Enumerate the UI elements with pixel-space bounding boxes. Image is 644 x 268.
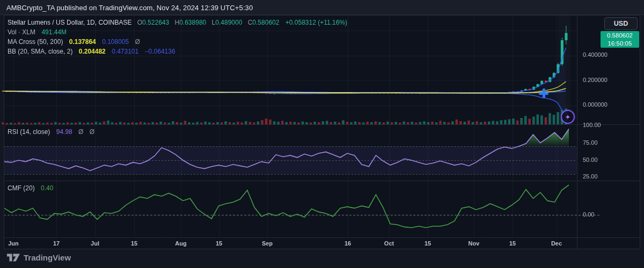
last-price-badge: 0.580602 16:50:05 bbox=[601, 31, 639, 48]
rsi-label: RSI (14, close) bbox=[8, 128, 50, 136]
rsi-legend-row[interactable]: RSI (14, close) 94.98 Ø Ø bbox=[8, 128, 94, 136]
time-axis-label: Sep bbox=[262, 240, 273, 247]
bb-basis-value: 0.204482 bbox=[79, 48, 106, 55]
cmf-label: CMF (20) bbox=[8, 184, 35, 192]
price-axis-label: 75.00 bbox=[583, 139, 598, 146]
open-value: 0.522643 bbox=[142, 19, 169, 26]
bb-label: BB (20, SMA, close, 2) bbox=[8, 48, 72, 55]
volume-label: Vol · XLM bbox=[8, 28, 35, 36]
symbol-title: Stellar Lumens / US Dollar, 1D, COINBASE bbox=[8, 19, 131, 26]
cmf-legend-row[interactable]: CMF (20) 0.40 bbox=[8, 184, 53, 192]
price-axis-label: 0.400000 bbox=[583, 51, 608, 58]
price-axis-label: 0.200000 bbox=[583, 77, 608, 83]
time-axis-label: Nov bbox=[469, 240, 480, 247]
tradingview-logo-icon bbox=[7, 252, 20, 263]
ma-slow-value: 0.108005 bbox=[102, 38, 129, 46]
time-axis-label: 15 bbox=[509, 240, 516, 247]
rsi-value: 94.98 bbox=[56, 128, 72, 136]
bb-legend-row[interactable]: BB (20, SMA, close, 2) 0.204482 0.473101… bbox=[8, 47, 347, 56]
publisher-line: AMBCrypto_TA published on TradingView.co… bbox=[6, 4, 253, 12]
time-axis-label: 17 bbox=[53, 240, 60, 247]
price-axis-label: 25.00 bbox=[583, 173, 598, 180]
volume-value: 491.44M bbox=[41, 28, 67, 36]
sparkle-icon: ✦ bbox=[565, 113, 571, 121]
ma-ghost-value: Ø bbox=[135, 38, 140, 46]
price-axis-label: 0.00 bbox=[583, 211, 594, 218]
tradingview-logo[interactable]: TradingView bbox=[7, 252, 71, 263]
open-label: O bbox=[137, 19, 142, 26]
last-price-value: 0.580602 bbox=[601, 32, 639, 40]
ma-cross-label: MA Cross (50, 200) bbox=[8, 38, 63, 46]
ma-cross-legend-row[interactable]: MA Cross (50, 200) 0.137864 0.108005 Ø bbox=[8, 37, 347, 47]
rsi-ghost-1: Ø bbox=[78, 128, 83, 136]
time-axis-label: Aug bbox=[175, 240, 186, 247]
high-label: H bbox=[175, 19, 180, 26]
cmf-value: 0.40 bbox=[41, 184, 53, 192]
time-axis-label: Jul bbox=[91, 240, 99, 247]
price-axis-label: 100.00 bbox=[583, 122, 601, 128]
tradingview-logo-text: TradingView bbox=[24, 253, 71, 262]
currency-toggle-button[interactable]: USD bbox=[604, 17, 638, 30]
price-axis-label: 0.000000 bbox=[583, 101, 608, 108]
low-value: 0.489000 bbox=[215, 19, 242, 26]
sparkle-button[interactable]: ✦ bbox=[561, 110, 575, 124]
bb-lower-value: −0.064136 bbox=[145, 48, 175, 55]
symbol-legend-row[interactable]: Stellar Lumens / US Dollar, 1D, COINBASE… bbox=[8, 18, 347, 27]
close-value: 0.580602 bbox=[252, 19, 279, 26]
volume-legend-row[interactable]: Vol · XLM 491.44M bbox=[8, 27, 347, 37]
plus-signal-marker bbox=[539, 88, 548, 98]
time-axis-label: Jun bbox=[8, 240, 19, 247]
bar-countdown: 16:50:05 bbox=[601, 40, 639, 48]
time-axis-label: Oct bbox=[384, 240, 394, 247]
time-axis-label: 15 bbox=[216, 240, 222, 247]
price-axis-label: 50.00 bbox=[583, 157, 598, 163]
time-axis-label: 15 bbox=[425, 240, 431, 247]
bb-upper-value: 0.473101 bbox=[112, 48, 138, 55]
time-axis-label: 16 bbox=[345, 240, 351, 247]
high-value: 0.638980 bbox=[179, 19, 206, 26]
ma-fast-value: 0.137864 bbox=[69, 38, 96, 46]
time-axis-label: 15 bbox=[131, 240, 137, 247]
legend-panel: Stellar Lumens / US Dollar, 1D, COINBASE… bbox=[8, 18, 347, 56]
rsi-ghost-2: Ø bbox=[90, 128, 94, 136]
time-axis-label: Dec bbox=[551, 240, 562, 247]
change-value: +0.058312 (+11.16%) bbox=[286, 19, 347, 26]
